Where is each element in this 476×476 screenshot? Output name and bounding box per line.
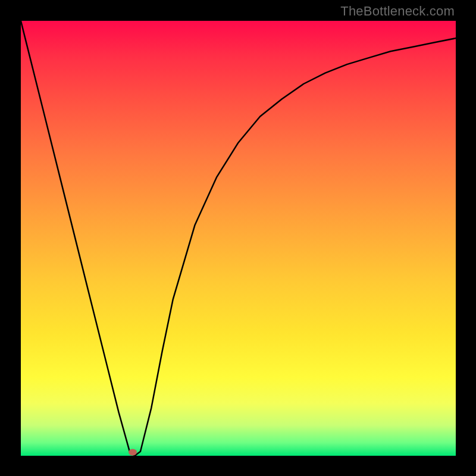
optimal-point-marker xyxy=(129,449,137,456)
bottleneck-curve xyxy=(21,21,456,456)
watermark-text: TheBottleneck.com xyxy=(340,4,455,19)
chart-frame: TheBottleneck.com xyxy=(0,0,476,476)
plot-area xyxy=(21,21,456,456)
